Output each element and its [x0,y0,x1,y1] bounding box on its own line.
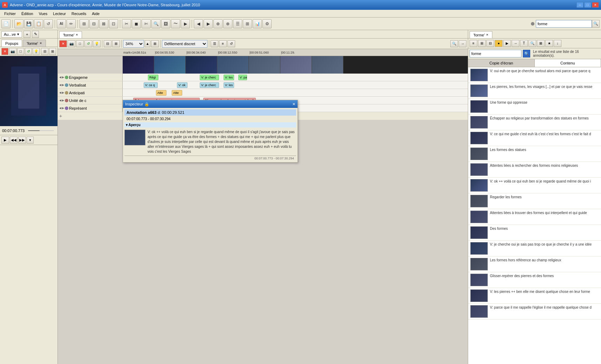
track-expand-anticipation[interactable]: ▶ [62,91,64,94]
result-item[interactable]: Les formes des statues [468,146,601,162]
toolbar-list-btn[interactable]: ☰ [233,19,242,28]
toolbar-save-btn[interactable]: 💾 [24,19,33,28]
ann-block[interactable]: V: je cherc [200,75,219,80]
toolbar-copy-btn[interactable]: 📋 [34,19,43,28]
zoom-in-btn[interactable]: ▲ [145,40,150,47]
track-chevron-verbalisations[interactable]: ◀ [59,83,61,87]
result-item[interactable]: Des formes [468,225,601,241]
popup-tab[interactable]: Popups [1,40,22,47]
result-item[interactable]: Attentes liées à trouver des formes qui … [468,209,601,225]
stop-btn[interactable]: ✕ [1,48,8,55]
bulb-btn[interactable]: 💡 [33,48,40,55]
ann-block[interactable]: Atte [156,90,166,96]
annotation-id[interactable]: Annotation a663 d: 00:00:29.521 [124,109,296,116]
rt-tag-btn[interactable]: ⊟ [486,40,494,47]
result-item[interactable]: V: oui euh ce que je cherche surtout alo… [468,67,601,83]
zoom-select[interactable]: 34%50%75%100% [123,40,144,48]
copie-ecran-tab[interactable]: Copie d'écran [468,59,535,67]
ann-stop-btn[interactable]: ✕ [59,40,67,47]
corpus-tab[interactable]: Au...ve ▼ [1,31,22,37]
ann-block[interactable]: V: les pie [224,82,234,88]
result-item[interactable]: Glisser-repérer des pierres et des forme… [468,272,601,288]
rt-grid-btn[interactable]: ⊞ [478,40,486,47]
result-item[interactable]: V: parce que il me rappelle l'église il … [468,304,601,320]
bookmark-btn[interactable]: ⊟ [41,48,48,55]
toolbar-align-btn3[interactable]: ⊠ [99,19,108,28]
rt-list-btn[interactable]: ≡ [470,40,477,47]
ann-block[interactable]: V: les pie [224,75,234,80]
rt-grid2-btn[interactable]: ⊠ [537,40,545,47]
zoom-fit-btn[interactable]: ⊞ [151,40,159,47]
right-forme-tab[interactable]: 'forme' ✕ [470,31,492,38]
search-go-button[interactable]: 🔍 [592,20,600,28]
rt-down-btn[interactable]: ↓ [554,40,561,47]
track-content-engagement[interactable]: Régi V: je cherc V: les pie V: pa [123,74,468,81]
track-expand-representant[interactable]: ▶ [62,107,64,110]
rt-color-btn[interactable]: ● [495,40,503,47]
forward-button[interactable]: ▶▶ [18,137,26,144]
toolbar-export-btn[interactable]: ⊕ [213,19,223,28]
forme-annotation-tab-close[interactable]: ✕ [76,33,78,36]
toolbar-refresh-btn[interactable]: ↺ [44,19,53,28]
screenshot-btn[interactable]: 📷 [9,48,16,55]
toolbar-pen-btn[interactable]: ✏ [67,19,76,28]
ann-refresh2-btn[interactable]: ↺ [227,40,235,47]
result-item[interactable]: V: je cherche oui je sais pas trop ce qu… [468,241,601,256]
track-chevron-representant[interactable]: ◀ [59,107,61,110]
toolbar-ai-btn[interactable]: AI [57,19,66,28]
track-chevron-unite[interactable]: ◀ [59,99,61,102]
play-button[interactable]: ▶ [1,137,9,144]
rt-arrow-btn[interactable]: → [512,40,519,47]
ann-grid-btn[interactable]: ⊞ [112,40,120,47]
rt-star-btn[interactable]: ★ [545,40,553,47]
toolbar-zoom-btn[interactable]: 🔍 [151,19,161,28]
contenu-tab[interactable]: Contenu [535,59,601,67]
menu-aide[interactable]: Aide [89,11,102,16]
ann-block[interactable]: Régi [148,75,158,80]
result-item[interactable]: Échapper au religieux par transformation… [468,115,601,130]
play-options-btn[interactable]: ▼ [27,137,34,144]
edit-panel-button[interactable]: ✎ [32,31,39,38]
track-chevron-engagement[interactable]: ◀ [59,76,61,79]
track-expand-unite[interactable]: ▶ [62,99,64,102]
ann-bookmark-btn[interactable]: ⊟ [104,40,111,47]
search-input[interactable] [536,20,592,28]
window-btn[interactable]: □ [17,48,24,55]
ann-detail-btn[interactable]: ≡ [219,40,227,47]
rt-search-btn[interactable]: 🔍 [528,40,536,47]
ann-list-btn[interactable]: ☰ [211,40,218,47]
ann-search-btn[interactable]: 🔍 [450,40,458,47]
track-content-anticipation[interactable]: Atte Atte [123,89,468,96]
ann-window-btn[interactable]: □ [76,40,84,47]
result-item[interactable]: V: les pierres ++ ben elle me disent que… [468,288,601,304]
maximize-button[interactable]: □ [584,2,591,8]
toolbar-image-btn[interactable]: 🖼 [161,19,170,28]
ann-block[interactable]: V: ce q [144,82,158,88]
forme-tab-close[interactable]: ✕ [40,42,42,45]
right-search-button[interactable]: 🔍 [523,50,530,57]
toolbar-import-btn[interactable]: ⊗ [223,19,232,28]
result-item[interactable]: Attentes liées à rechercher des formes m… [468,162,601,178]
toolbar-wave-btn[interactable]: 〜 [171,19,180,28]
toolbar-new-btn[interactable]: 📄 [1,19,11,28]
result-item[interactable]: V: ce qui me guide c'est euh là c'est c'… [468,130,601,146]
toolbar-settings-btn[interactable]: ⚙ [262,19,272,28]
result-item[interactable]: Regarder les formes [468,193,601,209]
ann-arrow-btn[interactable]: → [459,40,466,47]
ann-refresh-btn[interactable]: ↺ [84,40,92,47]
menu-edition[interactable]: Édition [19,11,36,16]
progress-bar[interactable] [28,130,54,131]
add-panel-button[interactable]: + [23,31,30,38]
ann-block[interactable]: V: ok [177,82,187,88]
forme-tab-left[interactable]: 'forme' ✕ [23,40,46,47]
ann-block[interactable]: V: je cherc [200,82,219,88]
expand-btn[interactable]: ⊞ [49,48,56,55]
rewind-button[interactable]: ◀◀ [10,137,18,144]
inspector-close-btn[interactable]: ✕ [292,102,295,107]
track-chevron-anticipation[interactable]: ◀ [59,91,61,94]
menu-lecteur[interactable]: Lecteur [50,11,69,16]
toolbar-fill-btn[interactable]: ◼ [132,19,141,28]
toolbar-next-btn[interactable]: ▶ [204,19,213,28]
toolbar-cut-btn[interactable]: ✂ [122,19,131,28]
ann-block[interactable]: V: pa [238,75,247,80]
